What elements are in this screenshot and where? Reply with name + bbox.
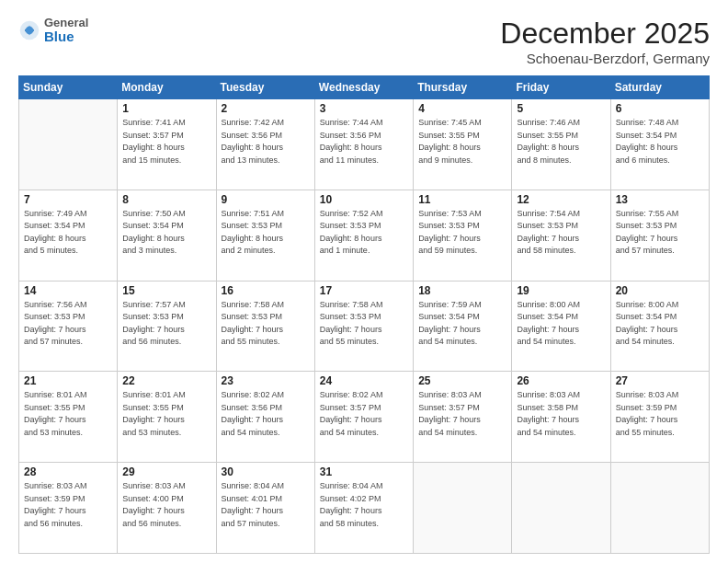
day-number: 4 (418, 102, 506, 115)
calendar-cell: 8Sunrise: 7:50 AM Sunset: 3:54 PM Daylig… (118, 190, 216, 281)
day-number: 25 (418, 374, 506, 387)
day-number: 27 (616, 374, 704, 387)
calendar-cell (19, 99, 118, 190)
day-number: 12 (517, 193, 605, 206)
calendar-cell: 9Sunrise: 7:51 AM Sunset: 3:53 PM Daylig… (216, 190, 314, 281)
day-number: 10 (320, 193, 408, 206)
calendar-cell: 7Sunrise: 7:49 AM Sunset: 3:54 PM Daylig… (19, 190, 118, 281)
day-info: Sunrise: 7:51 AM Sunset: 3:53 PM Dayligh… (222, 208, 310, 258)
day-info: Sunrise: 7:48 AM Sunset: 3:54 PM Dayligh… (616, 117, 704, 167)
calendar-cell: 17Sunrise: 7:58 AM Sunset: 3:53 PM Dayli… (314, 281, 413, 372)
weekday-header-saturday: Saturday (610, 76, 709, 99)
day-info: Sunrise: 7:52 AM Sunset: 3:53 PM Dayligh… (320, 208, 408, 258)
day-number: 17 (320, 284, 408, 297)
page: General Blue December 2025 Schoenau-Berz… (0, 0, 728, 563)
calendar-cell: 25Sunrise: 8:03 AM Sunset: 3:57 PM Dayli… (414, 372, 512, 463)
day-number: 16 (222, 284, 310, 297)
day-number: 18 (418, 284, 506, 297)
day-number: 15 (122, 284, 210, 297)
day-number: 29 (122, 465, 210, 478)
day-info: Sunrise: 7:58 AM Sunset: 3:53 PM Dayligh… (320, 299, 408, 349)
calendar-table: SundayMondayTuesdayWednesdayThursdayFrid… (18, 75, 710, 554)
logo-icon (18, 19, 40, 41)
day-info: Sunrise: 8:03 AM Sunset: 4:00 PM Dayligh… (122, 480, 210, 530)
calendar-cell: 27Sunrise: 8:03 AM Sunset: 3:59 PM Dayli… (610, 372, 709, 463)
day-info: Sunrise: 7:41 AM Sunset: 3:57 PM Dayligh… (122, 117, 210, 167)
calendar-cell: 23Sunrise: 8:02 AM Sunset: 3:56 PM Dayli… (216, 372, 314, 463)
day-info: Sunrise: 8:00 AM Sunset: 3:54 PM Dayligh… (517, 299, 605, 349)
day-info: Sunrise: 7:57 AM Sunset: 3:53 PM Dayligh… (122, 299, 210, 349)
calendar-cell: 18Sunrise: 7:59 AM Sunset: 3:54 PM Dayli… (414, 281, 512, 372)
day-number: 22 (122, 374, 210, 387)
calendar-week-row: 21Sunrise: 8:01 AM Sunset: 3:55 PM Dayli… (19, 372, 710, 463)
day-number: 21 (24, 374, 112, 387)
calendar-cell: 20Sunrise: 8:00 AM Sunset: 3:54 PM Dayli… (610, 281, 709, 372)
calendar-cell: 3Sunrise: 7:44 AM Sunset: 3:56 PM Daylig… (314, 99, 413, 190)
calendar-cell: 5Sunrise: 7:46 AM Sunset: 3:55 PM Daylig… (512, 99, 610, 190)
calendar-cell: 29Sunrise: 8:03 AM Sunset: 4:00 PM Dayli… (118, 463, 216, 554)
day-number: 31 (320, 465, 408, 478)
day-number: 5 (517, 102, 605, 115)
weekday-header-sunday: Sunday (19, 76, 118, 99)
weekday-header-wednesday: Wednesday (314, 76, 413, 99)
day-number: 6 (616, 102, 704, 115)
day-info: Sunrise: 7:50 AM Sunset: 3:54 PM Dayligh… (122, 208, 210, 258)
day-info: Sunrise: 8:03 AM Sunset: 3:57 PM Dayligh… (418, 389, 506, 439)
calendar-cell: 2Sunrise: 7:42 AM Sunset: 3:56 PM Daylig… (216, 99, 314, 190)
title-location: Schoenau-Berzdorf, Germany (500, 51, 710, 66)
day-info: Sunrise: 8:00 AM Sunset: 3:54 PM Dayligh… (616, 299, 704, 349)
day-info: Sunrise: 8:03 AM Sunset: 3:59 PM Dayligh… (24, 480, 112, 530)
logo-text: General Blue (44, 17, 88, 45)
calendar-cell (414, 463, 512, 554)
day-number: 2 (222, 102, 310, 115)
weekday-header-friday: Friday (512, 76, 610, 99)
calendar-cell: 28Sunrise: 8:03 AM Sunset: 3:59 PM Dayli… (19, 463, 118, 554)
day-number: 19 (517, 284, 605, 297)
calendar-cell: 4Sunrise: 7:45 AM Sunset: 3:55 PM Daylig… (414, 99, 512, 190)
calendar-cell: 22Sunrise: 8:01 AM Sunset: 3:55 PM Dayli… (118, 372, 216, 463)
calendar-cell: 13Sunrise: 7:55 AM Sunset: 3:53 PM Dayli… (610, 190, 709, 281)
day-number: 11 (418, 193, 506, 206)
calendar-cell: 16Sunrise: 7:58 AM Sunset: 3:53 PM Dayli… (216, 281, 314, 372)
day-info: Sunrise: 8:02 AM Sunset: 3:57 PM Dayligh… (320, 389, 408, 439)
day-info: Sunrise: 7:46 AM Sunset: 3:55 PM Dayligh… (517, 117, 605, 167)
day-number: 13 (616, 193, 704, 206)
day-number: 26 (517, 374, 605, 387)
calendar-cell: 30Sunrise: 8:04 AM Sunset: 4:01 PM Dayli… (216, 463, 314, 554)
title-block: December 2025 Schoenau-Berzdorf, Germany (500, 17, 710, 66)
day-number: 9 (222, 193, 310, 206)
day-info: Sunrise: 7:58 AM Sunset: 3:53 PM Dayligh… (222, 299, 310, 349)
calendar-cell: 31Sunrise: 8:04 AM Sunset: 4:02 PM Dayli… (314, 463, 413, 554)
title-month: December 2025 (500, 17, 710, 51)
weekday-header-thursday: Thursday (414, 76, 512, 99)
calendar-cell: 6Sunrise: 7:48 AM Sunset: 3:54 PM Daylig… (610, 99, 709, 190)
day-info: Sunrise: 7:55 AM Sunset: 3:53 PM Dayligh… (616, 208, 704, 258)
day-info: Sunrise: 8:04 AM Sunset: 4:02 PM Dayligh… (320, 480, 408, 530)
calendar-cell (610, 463, 709, 554)
weekday-header-monday: Monday (118, 76, 216, 99)
logo-general-text: General (44, 17, 88, 29)
day-info: Sunrise: 7:42 AM Sunset: 3:56 PM Dayligh… (222, 117, 310, 167)
header: General Blue December 2025 Schoenau-Berz… (18, 17, 710, 66)
day-number: 7 (24, 193, 112, 206)
calendar-cell: 14Sunrise: 7:56 AM Sunset: 3:53 PM Dayli… (19, 281, 118, 372)
day-number: 14 (24, 284, 112, 297)
day-info: Sunrise: 7:56 AM Sunset: 3:53 PM Dayligh… (24, 299, 112, 349)
calendar-cell: 26Sunrise: 8:03 AM Sunset: 3:58 PM Dayli… (512, 372, 610, 463)
calendar-cell: 19Sunrise: 8:00 AM Sunset: 3:54 PM Dayli… (512, 281, 610, 372)
day-info: Sunrise: 7:54 AM Sunset: 3:53 PM Dayligh… (517, 208, 605, 258)
day-info: Sunrise: 8:03 AM Sunset: 3:58 PM Dayligh… (517, 389, 605, 439)
calendar-cell: 1Sunrise: 7:41 AM Sunset: 3:57 PM Daylig… (118, 99, 216, 190)
day-number: 20 (616, 284, 704, 297)
day-info: Sunrise: 7:53 AM Sunset: 3:53 PM Dayligh… (418, 208, 506, 258)
weekday-header-row: SundayMondayTuesdayWednesdayThursdayFrid… (19, 76, 710, 99)
calendar-cell: 12Sunrise: 7:54 AM Sunset: 3:53 PM Dayli… (512, 190, 610, 281)
day-info: Sunrise: 8:01 AM Sunset: 3:55 PM Dayligh… (122, 389, 210, 439)
day-number: 1 (122, 102, 210, 115)
day-info: Sunrise: 8:04 AM Sunset: 4:01 PM Dayligh… (222, 480, 310, 530)
calendar-cell: 24Sunrise: 8:02 AM Sunset: 3:57 PM Dayli… (314, 372, 413, 463)
day-info: Sunrise: 7:59 AM Sunset: 3:54 PM Dayligh… (418, 299, 506, 349)
day-info: Sunrise: 8:02 AM Sunset: 3:56 PM Dayligh… (222, 389, 310, 439)
day-info: Sunrise: 7:44 AM Sunset: 3:56 PM Dayligh… (320, 117, 408, 167)
weekday-header-tuesday: Tuesday (216, 76, 314, 99)
